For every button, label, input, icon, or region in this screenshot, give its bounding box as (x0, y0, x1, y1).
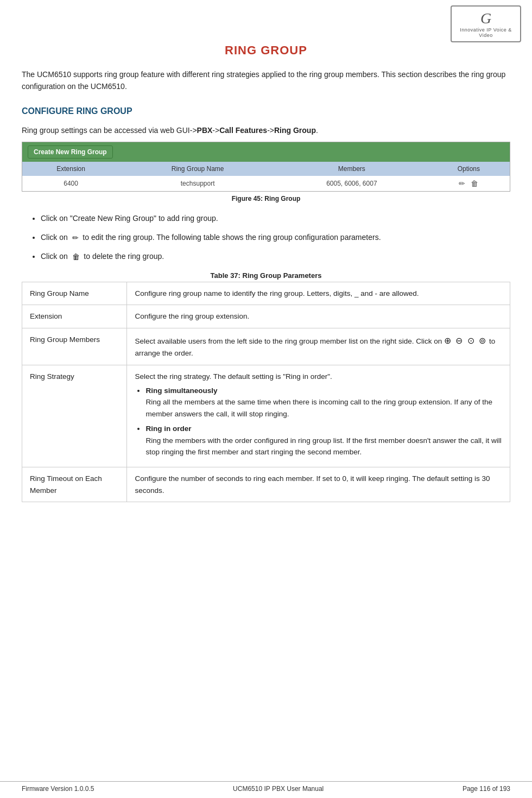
ring-in-order-label: Ring in order (145, 425, 191, 433)
param-desc-extension: Configure the ring group extension. (127, 305, 510, 328)
logo-area: G Innovative IP Voice & Video (451, 5, 521, 42)
cell-members: 6005, 6006, 6007 (276, 176, 428, 191)
param-row-ring-strategy: Ring Strategy Select the ring strategy. … (22, 365, 510, 467)
ring-simultaneously-detail: Ring all the members at the same time wh… (145, 398, 492, 418)
cell-ring-group-name: techsupport (119, 176, 276, 191)
col-header-members: Members (276, 162, 428, 176)
param-desc-ring-timeout: Configure the number of seconds to ring … (127, 467, 510, 502)
ring-in-order-detail: Ring the members with the order configur… (145, 436, 501, 457)
param-label-extension: Extension (22, 305, 127, 328)
ring-in-order-item: Ring in order Ring the members with the … (145, 423, 502, 458)
param-label-ring-timeout: Ring Timeout on Each Member (22, 467, 127, 502)
ring-simultaneously-label: Ring simultaneously (145, 387, 217, 395)
footer-firmware: Firmware Version 1.0.0.5 (22, 785, 94, 793)
param-desc-ring-strategy: Select the ring strategy. The default se… (127, 365, 510, 467)
params-table: Ring Group Name Configure ring group nam… (22, 282, 510, 503)
param-label-ring-group-members: Ring Group Members (22, 328, 127, 365)
param-label-ring-group-name: Ring Group Name (22, 282, 127, 305)
col-header-name: Ring Group Name (119, 162, 276, 176)
figure-45-box: Create New Ring Group Extension Ring Gro… (22, 142, 510, 192)
delete-icon[interactable]: 🗑 (471, 179, 478, 188)
pre-figure-text: Ring group settings can be accessed via … (22, 124, 510, 136)
param-label-ring-strategy: Ring Strategy (22, 365, 127, 467)
table-row: 6400 techsupport 6005, 6006, 6007 ✏ 🗑 (22, 176, 510, 191)
col-header-options: Options (428, 162, 510, 176)
page-title: RING GROUP (22, 43, 510, 58)
param-row-extension: Extension Configure the ring group exten… (22, 305, 510, 328)
param-row-ring-group-name: Ring Group Name Configure ring group nam… (22, 282, 510, 305)
edit-icon[interactable]: ✏ (459, 179, 465, 188)
pencil-icon: ✏ (72, 232, 79, 244)
cell-options[interactable]: ✏ 🗑 (428, 176, 510, 191)
arrange-icons: ⊕ ⊖ ⊙ ⊚ (444, 334, 487, 348)
col-header-extension: Extension (22, 162, 119, 176)
main-content: RING GROUP The UCM6510 supports ring gro… (0, 0, 532, 546)
intro-paragraph: The UCM6510 supports ring group feature … (22, 68, 510, 93)
figure-caption: Figure 45: Ring Group (22, 195, 510, 202)
bullet-delete: Click on 🗑 to delete the ring group. (41, 250, 510, 263)
ring-strategy-intro: Select the ring strategy. The default se… (135, 372, 332, 381)
footer-manual: UCM6510 IP PBX User Manual (233, 785, 324, 793)
bullet-create: Click on "Create New Ring Group" to add … (41, 212, 510, 224)
param-desc-ring-group-members: Select available users from the left sid… (127, 328, 510, 365)
create-ring-group-button[interactable]: Create New Ring Group (28, 145, 113, 159)
logo-tagline: Innovative IP Voice & Video (457, 27, 515, 38)
ring-group-table: Extension Ring Group Name Members Option… (22, 162, 510, 191)
footer-page: Page 116 of 193 (463, 785, 510, 793)
param-row-ring-timeout: Ring Timeout on Each Member Configure th… (22, 467, 510, 502)
trash-icon: 🗑 (72, 251, 80, 263)
logo-letter: G (457, 10, 515, 27)
bullet-edit: Click on ✏ to edit the ring group. The f… (41, 231, 510, 244)
ring-simultaneously-item: Ring simultaneously Ring all the members… (145, 385, 502, 420)
table-title: Table 37: Ring Group Parameters (22, 271, 510, 280)
section-heading: CONFIGURE RING GROUP (22, 106, 510, 116)
cell-extension: 6400 (22, 176, 119, 191)
figure-toolbar: Create New Ring Group (22, 142, 510, 162)
footer: Firmware Version 1.0.0.5 UCM6510 IP PBX … (0, 781, 532, 793)
logo-box: G Innovative IP Voice & Video (451, 5, 521, 42)
instructions-list: Click on "Create New Ring Group" to add … (22, 212, 510, 263)
ring-strategy-list: Ring simultaneously Ring all the members… (135, 385, 502, 459)
param-row-ring-group-members: Ring Group Members Select available user… (22, 328, 510, 365)
param-desc-ring-group-name: Configure ring group name to identify th… (127, 282, 510, 305)
